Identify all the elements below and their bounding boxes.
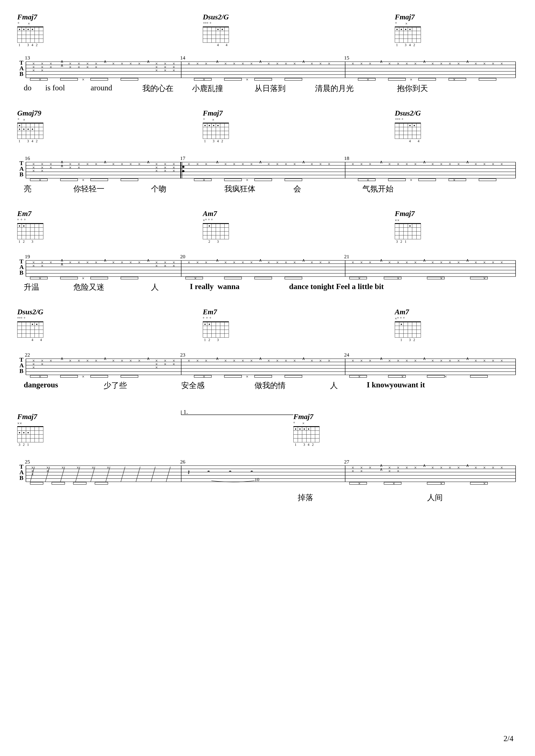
svg-text:×: × <box>449 61 451 66</box>
svg-text:×: × <box>397 260 399 265</box>
svg-text:×: × <box>440 481 442 486</box>
svg-text:∧: ∧ <box>60 163 64 168</box>
svg-text:×: × <box>367 77 369 81</box>
svg-text:×: × <box>138 162 140 166</box>
svg-text:×: × <box>397 358 399 363</box>
svg-text:×: × <box>360 162 363 166</box>
svg-text:×: × <box>406 260 408 265</box>
lyrics-5: 掉落 人间 <box>17 492 518 505</box>
svg-rect-297 <box>285 277 302 279</box>
svg-text:B: B <box>19 269 23 276</box>
svg-text:×: × <box>121 61 123 66</box>
lyrics-1: do is fool around 我的心在 小鹿乱撞 从日落到 清晨的月光 抱… <box>17 83 518 96</box>
svg-rect-208 <box>479 179 496 181</box>
svg-text:×: × <box>410 177 412 182</box>
svg-text:∧: ∧ <box>302 59 305 64</box>
svg-text:∧: ∧ <box>259 59 262 64</box>
section-3: Em7 ° ° ° 1 2 3 Am7 ×° ° ° <box>17 209 518 295</box>
svg-text:×: × <box>86 65 89 69</box>
tab-svg-3: T A B 19 20 21 ××× ∧ ×××× ∧ × <box>17 252 518 280</box>
svg-rect-462 <box>73 482 86 484</box>
svg-text:×: × <box>224 358 227 363</box>
svg-text:×: × <box>276 358 278 363</box>
svg-text:×: × <box>50 165 52 170</box>
svg-text:×: × <box>155 263 158 268</box>
svg-text:×: × <box>173 168 175 173</box>
svg-text:×: × <box>233 61 235 66</box>
svg-text:×: × <box>203 374 205 379</box>
svg-text:×: × <box>86 260 89 265</box>
svg-text:×: × <box>46 469 49 473</box>
svg-text:𝄼: 𝄼 <box>207 471 210 472</box>
svg-text:×: × <box>129 61 132 66</box>
svg-text:∧: ∧ <box>423 159 426 164</box>
svg-text:×: × <box>369 61 371 66</box>
svg-text:×: × <box>294 61 296 66</box>
svg-text:×: × <box>311 260 313 265</box>
svg-text:×: × <box>121 358 123 363</box>
svg-text:×: × <box>78 358 80 363</box>
svg-text:×: × <box>475 162 477 166</box>
svg-text:×: × <box>39 276 41 280</box>
svg-text:×: × <box>233 260 235 265</box>
svg-text:10: 10 <box>255 477 259 482</box>
svg-text:×: × <box>196 61 199 66</box>
svg-text:×: × <box>358 276 360 280</box>
svg-text:×: × <box>414 260 416 265</box>
svg-text:×: × <box>196 358 199 363</box>
svg-text:×: × <box>82 374 84 379</box>
svg-text:×: × <box>173 362 175 366</box>
svg-text:×: × <box>360 61 363 66</box>
svg-text:∧: ∧ <box>380 59 383 64</box>
page: Fmaj7 ° × 1 3 4 2 <box>0 0 535 756</box>
svg-text:×: × <box>397 61 399 66</box>
svg-text:×: × <box>250 162 253 166</box>
tab-staff-3: T A B 19 20 21 ××× ∧ ×××× ∧ × <box>17 252 518 281</box>
svg-text:∧: ∧ <box>103 59 107 64</box>
svg-text:×: × <box>328 260 330 265</box>
svg-text:∧: ∧ <box>423 258 426 262</box>
svg-text:×: × <box>246 77 248 81</box>
svg-text:×: × <box>492 162 494 166</box>
chord-em7-2: Em7 ° ° ° 1 2 3 <box>203 308 229 342</box>
svg-text:×: × <box>432 162 434 166</box>
svg-text:×: × <box>483 465 486 470</box>
svg-text:×: × <box>39 177 41 182</box>
svg-text:×: × <box>224 260 227 265</box>
svg-text:22: 22 <box>25 352 30 358</box>
svg-text:×: × <box>406 465 408 470</box>
svg-rect-92 <box>60 78 78 80</box>
svg-text:23: 23 <box>180 352 185 358</box>
section-4: Dsus2/G °°° ° 4 4 E <box>17 308 518 393</box>
svg-rect-296 <box>255 277 272 279</box>
svg-text:×: × <box>268 358 270 363</box>
svg-text:×: × <box>224 61 227 66</box>
svg-rect-96 <box>224 78 241 80</box>
svg-text:×: × <box>352 162 354 166</box>
svg-text:×: × <box>483 481 486 486</box>
svg-text:×: × <box>285 162 287 166</box>
svg-text:×: × <box>155 68 158 73</box>
svg-rect-206 <box>418 179 436 181</box>
svg-text:×: × <box>78 260 80 265</box>
svg-text:×: × <box>453 177 455 182</box>
svg-text:×: × <box>449 358 451 363</box>
svg-text:×: × <box>205 61 207 66</box>
svg-text:×: × <box>285 61 287 66</box>
svg-point-117 <box>182 170 184 172</box>
svg-text:×: × <box>475 465 477 470</box>
svg-text:∧: ∧ <box>302 258 305 262</box>
svg-text:×: × <box>276 61 278 66</box>
svg-text:×: × <box>500 260 503 265</box>
svg-text:×: × <box>352 358 354 363</box>
svg-rect-97 <box>255 78 272 80</box>
svg-text:×: × <box>285 358 287 363</box>
svg-text:×: × <box>358 481 360 486</box>
svg-text:×: × <box>32 68 35 73</box>
chord-am7-2: Am7 ×° ° ° 1 3 2 <box>395 308 421 342</box>
svg-text:20: 20 <box>180 254 185 259</box>
svg-text:×: × <box>352 61 354 66</box>
svg-rect-198 <box>91 179 108 181</box>
svg-text:×: × <box>250 358 253 363</box>
chord-dsus2g-2: Dsus2/G °°° ° 4 4 <box>395 109 421 143</box>
